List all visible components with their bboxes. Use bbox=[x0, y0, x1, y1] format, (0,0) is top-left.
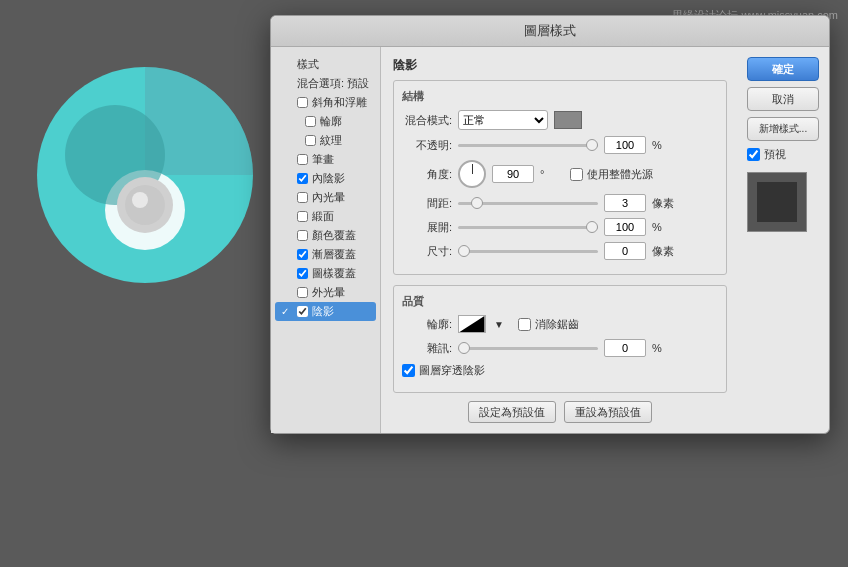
opacity-slider[interactable] bbox=[458, 144, 598, 147]
shadow-color-swatch[interactable] bbox=[554, 111, 582, 129]
quality-title: 品質 bbox=[402, 294, 718, 309]
spread-slider[interactable] bbox=[458, 226, 598, 229]
blend-mode-row: 混合模式: 正常 bbox=[402, 110, 718, 130]
sidebar-blend-options[interactable]: 混合選項: 預設 bbox=[271, 74, 380, 93]
sidebar: 樣式 混合選項: 預設 斜角和浮雕 輪廓 紋理 筆畫 bbox=[271, 47, 381, 433]
texture-checkbox[interactable] bbox=[305, 135, 316, 146]
opacity-row: 不透明: % bbox=[402, 136, 718, 154]
contour-arrow[interactable]: ▼ bbox=[494, 319, 504, 330]
sidebar-outer-glow[interactable]: 外光暈 bbox=[271, 283, 380, 302]
anti-alias-label: 消除鋸齒 bbox=[518, 317, 579, 332]
sidebar-stroke[interactable]: 筆畫 bbox=[271, 150, 380, 169]
dialog-body: 樣式 混合選項: 預設 斜角和浮雕 輪廓 紋理 筆畫 bbox=[271, 47, 829, 433]
noise-row: 雜訊: % bbox=[402, 339, 718, 357]
layer-style-dialog: 圖層樣式 樣式 混合選項: 預設 斜角和浮雕 輪廓 紋理 bbox=[270, 15, 830, 434]
right-buttons-panel: 確定 取消 新增樣式... 預視 bbox=[739, 47, 829, 433]
svg-point-5 bbox=[132, 192, 148, 208]
pattern-overlay-checkbox[interactable] bbox=[297, 268, 308, 279]
main-content: 陰影 結構 混合模式: 正常 不透明: % bbox=[381, 47, 739, 433]
thumbnail-preview bbox=[747, 172, 807, 232]
angle-input[interactable] bbox=[492, 165, 534, 183]
contour-checkbox[interactable] bbox=[305, 116, 316, 127]
outer-glow-checkbox[interactable] bbox=[297, 287, 308, 298]
spread-label: 展開: bbox=[402, 220, 452, 235]
distance-row: 間距: 像素 bbox=[402, 194, 718, 212]
angle-dial[interactable] bbox=[458, 160, 486, 188]
spread-unit: % bbox=[652, 221, 676, 233]
sidebar-bevel[interactable]: 斜角和浮雕 bbox=[271, 93, 380, 112]
distance-label: 間距: bbox=[402, 196, 452, 211]
angle-label: 角度: bbox=[402, 167, 452, 182]
layer-knockout-checkbox[interactable] bbox=[402, 364, 415, 377]
sidebar-style[interactable]: 樣式 bbox=[271, 55, 380, 74]
noise-slider[interactable] bbox=[458, 347, 598, 350]
sidebar-texture[interactable]: 紋理 bbox=[271, 131, 380, 150]
preview-label: 預視 bbox=[747, 147, 821, 162]
noise-input[interactable] bbox=[604, 339, 646, 357]
spread-input[interactable] bbox=[604, 218, 646, 236]
layer-knockout-label: 圖層穿透陰影 bbox=[402, 363, 485, 378]
contour-row: 輪廓: ▼ 消除鋸齒 bbox=[402, 315, 718, 333]
size-label: 尺寸: bbox=[402, 244, 452, 259]
size-unit: 像素 bbox=[652, 244, 676, 259]
drop-shadow-checkbox[interactable] bbox=[297, 306, 308, 317]
distance-slider[interactable] bbox=[458, 202, 598, 205]
opacity-label: 不透明: bbox=[402, 138, 452, 153]
blend-mode-label: 混合模式: bbox=[402, 113, 452, 128]
inner-glow-checkbox[interactable] bbox=[297, 192, 308, 203]
structure-title: 結構 bbox=[402, 89, 718, 104]
inner-shadow-checkbox[interactable] bbox=[297, 173, 308, 184]
noise-label: 雜訊: bbox=[402, 341, 452, 356]
sidebar-gradient-overlay[interactable]: 漸層覆蓋 bbox=[271, 245, 380, 264]
opacity-unit: % bbox=[652, 139, 676, 151]
preview-checkbox[interactable] bbox=[747, 148, 760, 161]
ok-button[interactable]: 確定 bbox=[747, 57, 819, 81]
opacity-input[interactable] bbox=[604, 136, 646, 154]
structure-section: 結構 混合模式: 正常 不透明: % bbox=[393, 80, 727, 275]
section-title: 陰影 bbox=[393, 57, 727, 74]
sidebar-drop-shadow[interactable]: 陰影 bbox=[275, 302, 376, 321]
size-input[interactable] bbox=[604, 242, 646, 260]
new-style-button[interactable]: 新增樣式... bbox=[747, 117, 819, 141]
size-slider[interactable] bbox=[458, 250, 598, 253]
global-light-checkbox[interactable] bbox=[570, 168, 583, 181]
distance-unit: 像素 bbox=[652, 196, 676, 211]
satin-checkbox[interactable] bbox=[297, 211, 308, 222]
sidebar-color-overlay[interactable]: 顏色覆蓋 bbox=[271, 226, 380, 245]
sidebar-pattern-overlay[interactable]: 圖樣覆蓋 bbox=[271, 264, 380, 283]
sidebar-inner-glow[interactable]: 內光暈 bbox=[271, 188, 380, 207]
spread-row: 展開: % bbox=[402, 218, 718, 236]
svg-marker-6 bbox=[460, 316, 485, 332]
sidebar-satin[interactable]: 緞面 bbox=[271, 207, 380, 226]
quality-section: 品質 輪廓: ▼ 消除鋸齒 bbox=[393, 285, 727, 393]
sidebar-inner-shadow[interactable]: 內陰影 bbox=[271, 169, 380, 188]
angle-unit: ° bbox=[540, 168, 564, 180]
color-overlay-checkbox[interactable] bbox=[297, 230, 308, 241]
contour-label: 輪廓: bbox=[402, 317, 452, 332]
blend-mode-select[interactable]: 正常 bbox=[458, 110, 548, 130]
sidebar-contour[interactable]: 輪廓 bbox=[271, 112, 380, 131]
distance-input[interactable] bbox=[604, 194, 646, 212]
logo-svg bbox=[30, 60, 260, 290]
logo-area bbox=[30, 60, 280, 310]
thumbnail-inner bbox=[757, 182, 797, 222]
angle-needle bbox=[472, 164, 473, 174]
global-light-label: 使用整體光源 bbox=[570, 167, 653, 182]
bevel-checkbox[interactable] bbox=[297, 97, 308, 108]
bottom-buttons: 設定為預設值 重設為預設值 bbox=[393, 401, 727, 423]
gradient-overlay-checkbox[interactable] bbox=[297, 249, 308, 260]
cancel-button[interactable]: 取消 bbox=[747, 87, 819, 111]
angle-row: 角度: ° 使用整體光源 bbox=[402, 160, 718, 188]
set-default-button[interactable]: 設定為預設值 bbox=[468, 401, 556, 423]
layer-knockout-row: 圖層穿透陰影 bbox=[402, 363, 718, 378]
noise-unit: % bbox=[652, 342, 676, 354]
dialog-titlebar: 圖層樣式 bbox=[271, 16, 829, 47]
stroke-checkbox[interactable] bbox=[297, 154, 308, 165]
reset-default-button[interactable]: 重設為預設值 bbox=[564, 401, 652, 423]
contour-preview[interactable] bbox=[458, 315, 486, 333]
size-row: 尺寸: 像素 bbox=[402, 242, 718, 260]
dialog-title: 圖層樣式 bbox=[524, 23, 576, 38]
anti-alias-checkbox[interactable] bbox=[518, 318, 531, 331]
